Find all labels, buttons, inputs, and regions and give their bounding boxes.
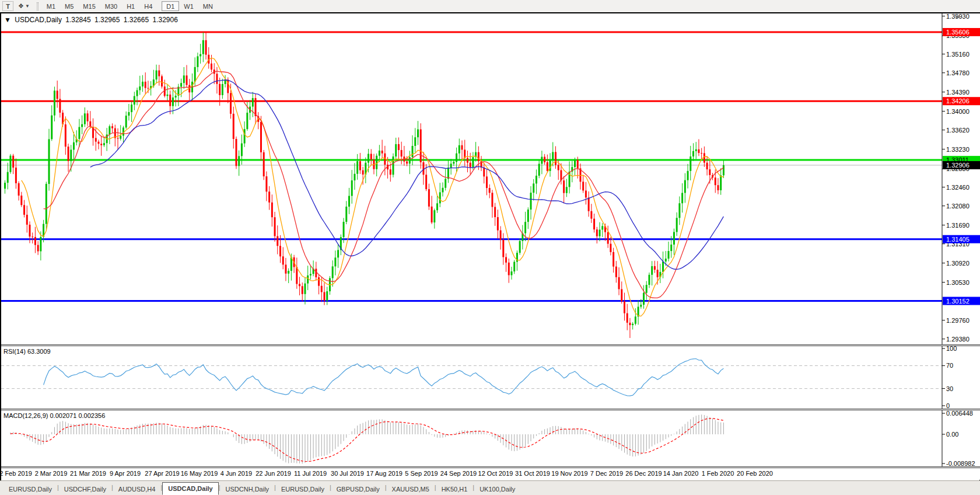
- date-tick-26-Dec-2019: 26 Dec 2019: [625, 470, 662, 477]
- timeframe-button-D1[interactable]: D1: [162, 1, 179, 11]
- svg-text:1.32460: 1.32460: [946, 184, 970, 191]
- svg-text:0.00: 0.00: [946, 431, 958, 438]
- date-tick-24-Sep-2019: 24 Sep 2019: [440, 470, 477, 477]
- svg-text:1.34780: 1.34780: [946, 69, 970, 76]
- svg-text:0: 0: [946, 402, 950, 409]
- chart-title-row: ▼ USDCAD,Daily 1.32845 1.32965 1.32665 1…: [4, 16, 180, 24]
- date-tick-12-Feb-2019: 12 Feb 2019: [0, 470, 32, 477]
- svg-text:1.34000: 1.34000: [946, 108, 970, 115]
- svg-text:1.29760: 1.29760: [946, 317, 970, 324]
- arrange-windows-button[interactable]: ❖ ▼: [16, 1, 32, 11]
- date-tick-4-Jun-2019: 4 Jun 2019: [220, 470, 252, 477]
- macd-indicator-label: MACD(12,26,9) 0.002071 0.002356: [4, 412, 105, 419]
- collapse-triangle-icon[interactable]: ▼: [4, 16, 11, 24]
- tab-USDCAD-Daily[interactable]: USDCAD,Daily: [162, 482, 218, 495]
- chart-tab-bar: EURUSD,Daily|USDCHF,Daily|AUDUSD,H4|USDC…: [0, 480, 980, 495]
- svg-text:1.31690: 1.31690: [946, 222, 970, 229]
- price-scale-scroll-up-icon[interactable]: [956, 15, 960, 18]
- svg-text:1.33230: 1.33230: [946, 146, 970, 153]
- macd-panel[interactable]: 0.0064480.00-0.008982: [1, 410, 980, 466]
- timeframe-button-MN[interactable]: MN: [198, 1, 218, 11]
- text-tool-icon[interactable]: T: [2, 1, 13, 11]
- panel-splitter-rsi[interactable]: [1, 344, 980, 346]
- svg-text:1.29380: 1.29380: [946, 336, 970, 343]
- panel-splitter-macd[interactable]: [1, 409, 980, 410]
- date-tick-14-Jan-2020: 14 Jan 2020: [663, 470, 699, 477]
- date-axis[interactable]: 12 Feb 20192 Mar 201921 Mar 20199 Apr 20…: [1, 468, 980, 480]
- date-tick-12-Oct-2019: 12 Oct 2019: [478, 470, 513, 477]
- chevron-down-icon: ▼: [25, 4, 30, 9]
- tab-HK50-H1[interactable]: HK50,H1: [436, 483, 473, 495]
- date-tick-27-Apr-2019: 27 Apr 2019: [145, 470, 179, 477]
- svg-text:30: 30: [946, 385, 953, 392]
- arrange-icon: ❖: [18, 2, 24, 10]
- date-tick-11-Jul-2019: 11 Jul 2019: [294, 470, 327, 477]
- timeframe-button-W1[interactable]: W1: [179, 1, 198, 11]
- tab-USDCHF-Daily[interactable]: USDCHF,Daily: [59, 483, 111, 495]
- toolbar-grip[interactable]: [37, 2, 38, 11]
- date-tick-1-Feb-2020: 1 Feb 2020: [702, 470, 734, 477]
- date-tick-7-Dec-2019: 7 Dec 2019: [590, 470, 623, 477]
- date-tick-5-Sep-2019: 5 Sep 2019: [405, 470, 438, 477]
- tab-EURUSD-Daily[interactable]: EURUSD,Daily: [276, 483, 330, 495]
- ohlc-low: 1.32665: [124, 16, 149, 24]
- tab-EURUSD-Daily[interactable]: EURUSD,Daily: [4, 483, 57, 495]
- date-tick-30-Jul-2019: 30 Jul 2019: [331, 470, 364, 477]
- svg-text:-0.008982: -0.008982: [946, 460, 975, 466]
- date-tick-20-Feb-2020: 20 Feb 2020: [737, 470, 773, 477]
- top-toolbar: T ❖ ▼ M1M5M15M30H1H4D1W1MN: [0, 0, 980, 12]
- ohlc-close: 1.32906: [152, 16, 177, 24]
- svg-text:70: 70: [946, 362, 953, 369]
- svg-text:1.30530: 1.30530: [946, 279, 970, 286]
- svg-text:1.32080: 1.32080: [946, 203, 970, 210]
- svg-text:0.006448: 0.006448: [946, 410, 973, 417]
- rsi-indicator-label: RSI(14) 63.3009: [4, 348, 51, 355]
- ohlc-high: 1.32965: [94, 16, 120, 24]
- svg-text:1.32906: 1.32906: [946, 162, 970, 169]
- timeframe-button-H1[interactable]: H1: [122, 1, 139, 11]
- date-tick-21-Mar-2019: 21 Mar 2019: [70, 470, 106, 477]
- tab-GBPUSD-Daily[interactable]: GBPUSD,Daily: [331, 483, 385, 495]
- svg-text:100: 100: [946, 346, 957, 352]
- chart-symbol-label: USDCAD,Daily: [15, 16, 62, 24]
- date-tick-31-Oct-2019: 31 Oct 2019: [515, 470, 550, 477]
- date-tick-16-May-2019: 16 May 2019: [181, 470, 218, 477]
- svg-text:1.33620: 1.33620: [946, 127, 970, 134]
- chart-window: ▼ USDCAD,Daily 1.32845 1.32965 1.32665 1…: [0, 12, 980, 480]
- ohlc-open: 1.32845: [65, 16, 90, 24]
- rsi-panel[interactable]: 10070300: [1, 346, 980, 409]
- date-tick-2-Mar-2019: 2 Mar 2019: [35, 470, 68, 477]
- svg-text:1.31405: 1.31405: [946, 236, 970, 243]
- svg-text:1.35606: 1.35606: [946, 29, 970, 36]
- timeframe-button-M1[interactable]: M1: [42, 1, 60, 11]
- timeframe-button-group: M1M5M15M30H1H4D1W1MN: [42, 1, 218, 11]
- timeframe-button-H4[interactable]: H4: [139, 1, 157, 11]
- timeframe-button-M5[interactable]: M5: [60, 1, 78, 11]
- date-tick-19-Nov-2019: 19 Nov 2019: [551, 470, 587, 477]
- tab-XAUUSD-M5[interactable]: XAUUSD,M5: [387, 483, 435, 495]
- svg-text:1.34390: 1.34390: [946, 89, 970, 96]
- date-tick-22-Jun-2019: 22 Jun 2019: [256, 470, 291, 477]
- timeframe-button-M15[interactable]: M15: [78, 1, 100, 11]
- tab-AUDUSD-H4[interactable]: AUDUSD,H4: [113, 483, 161, 495]
- date-tick-17-Aug-2019: 17 Aug 2019: [366, 470, 402, 477]
- main-price-chart[interactable]: 1.359301.355301.351601.347801.343901.340…: [1, 13, 980, 344]
- svg-text:1.30152: 1.30152: [946, 298, 970, 305]
- tab-UK100-Daily[interactable]: UK100,Daily: [474, 483, 520, 495]
- timeframe-button-M30[interactable]: M30: [100, 1, 122, 11]
- tab-USDCNH-Daily[interactable]: USDCNH,Daily: [220, 483, 275, 495]
- svg-text:1.34206: 1.34206: [946, 97, 970, 104]
- date-tick-9-Apr-2019: 9 Apr 2019: [110, 470, 141, 477]
- svg-text:1.30920: 1.30920: [946, 260, 970, 267]
- svg-text:1.35160: 1.35160: [946, 51, 970, 58]
